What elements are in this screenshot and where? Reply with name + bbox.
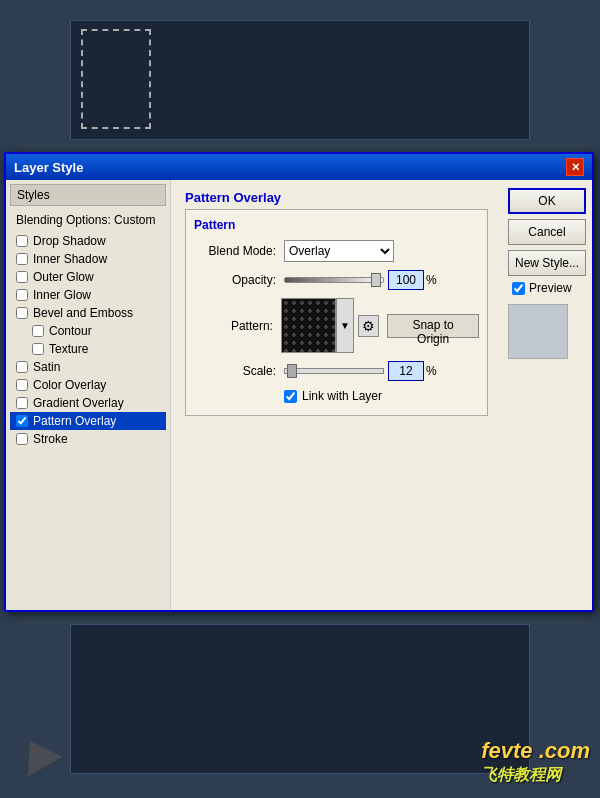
watermark-line1: fevte .com xyxy=(481,738,590,763)
canvas-bottom-inner xyxy=(70,624,530,774)
close-button[interactable]: ✕ xyxy=(566,158,584,176)
outer-glow-label: Outer Glow xyxy=(33,270,94,284)
satin-checkbox[interactable] xyxy=(16,361,28,373)
inner-shadow-label: Inner Shadow xyxy=(33,252,107,266)
contour-label: Contour xyxy=(49,324,92,338)
scale-percent: % xyxy=(426,364,437,378)
section-title: Pattern Overlay xyxy=(185,190,488,205)
right-panel: Pattern Overlay Pattern Blend Mode: Over… xyxy=(171,180,502,610)
layer-item-color-overlay[interactable]: Color Overlay xyxy=(10,376,166,394)
layer-item-pattern-overlay[interactable]: Pattern Overlay xyxy=(10,412,166,430)
scale-slider-thumb[interactable] xyxy=(287,364,297,378)
drop-shadow-checkbox[interactable] xyxy=(16,235,28,247)
styles-header[interactable]: Styles xyxy=(10,184,166,206)
dialog-body: Styles Blending Options: Custom Drop Sha… xyxy=(6,180,592,610)
layer-item-contour[interactable]: Contour xyxy=(10,322,166,340)
canvas-top xyxy=(0,0,600,160)
pattern-overlay-label: Pattern Overlay xyxy=(33,414,116,428)
pattern-dots xyxy=(282,299,335,352)
preview-label: Preview xyxy=(529,281,572,295)
watermark-line2: 飞特教程网 xyxy=(481,765,590,786)
pattern-label: Pattern: xyxy=(194,319,281,333)
outer-glow-checkbox[interactable] xyxy=(16,271,28,283)
link-layer-label: Link with Layer xyxy=(302,389,382,403)
layer-style-dialog: Layer Style ✕ Styles Blending Options: C… xyxy=(4,152,594,612)
svg-marker-0 xyxy=(13,731,63,777)
subsection-title: Pattern xyxy=(194,218,479,232)
layer-item-inner-glow[interactable]: Inner Glow xyxy=(10,286,166,304)
layer-item-texture[interactable]: Texture xyxy=(10,340,166,358)
inner-glow-checkbox[interactable] xyxy=(16,289,28,301)
left-panel: Styles Blending Options: Custom Drop Sha… xyxy=(6,180,171,610)
opacity-slider-thumb[interactable] xyxy=(371,273,381,287)
contour-checkbox[interactable] xyxy=(32,325,44,337)
scale-slider-track[interactable] xyxy=(284,368,384,374)
opacity-slider-track[interactable] xyxy=(284,277,384,283)
pattern-preview[interactable] xyxy=(281,298,336,353)
link-layer-row: Link with Layer xyxy=(194,389,479,403)
layer-item-satin[interactable]: Satin xyxy=(10,358,166,376)
arrow-decoration xyxy=(13,731,68,786)
watermark: fevte .com 飞特教程网 xyxy=(481,737,590,786)
layer-item-stroke[interactable]: Stroke xyxy=(10,430,166,448)
canvas-bottom: fevte .com 飞特教程网 xyxy=(0,600,600,798)
dialog-title: Layer Style xyxy=(14,160,83,175)
chevron-down-icon: ▼ xyxy=(340,320,350,331)
pattern-overlay-checkbox[interactable] xyxy=(16,415,28,427)
drop-shadow-label: Drop Shadow xyxy=(33,234,106,248)
blend-mode-label: Blend Mode: xyxy=(194,244,284,258)
layer-item-drop-shadow[interactable]: Drop Shadow xyxy=(10,232,166,250)
gradient-overlay-label: Gradient Overlay xyxy=(33,396,124,410)
layer-item-gradient-overlay[interactable]: Gradient Overlay xyxy=(10,394,166,412)
scale-input[interactable] xyxy=(388,361,424,381)
dialog-titlebar: Layer Style ✕ xyxy=(6,154,592,180)
ok-button[interactable]: OK xyxy=(508,188,586,214)
preview-row: Preview xyxy=(508,281,586,295)
pattern-dropdown-button[interactable]: ▼ xyxy=(336,298,354,353)
stroke-label: Stroke xyxy=(33,432,68,446)
scale-row: Scale: % xyxy=(194,361,479,381)
opacity-label: Opacity: xyxy=(194,273,284,287)
texture-checkbox[interactable] xyxy=(32,343,44,355)
blend-mode-row: Blend Mode: Overlay Normal Multiply Scre… xyxy=(194,240,479,262)
satin-label: Satin xyxy=(33,360,60,374)
gradient-overlay-checkbox[interactable] xyxy=(16,397,28,409)
blend-mode-select[interactable]: Overlay Normal Multiply Screen xyxy=(284,240,394,262)
settings-icon: ⚙ xyxy=(362,318,375,334)
preview-checkbox[interactable] xyxy=(512,282,525,295)
inner-shadow-checkbox[interactable] xyxy=(16,253,28,265)
color-overlay-checkbox[interactable] xyxy=(16,379,28,391)
layer-item-inner-shadow[interactable]: Inner Shadow xyxy=(10,250,166,268)
pattern-row: Pattern: ▼ ⚙ Snap to Origin xyxy=(194,298,479,353)
blending-options-item[interactable]: Blending Options: Custom xyxy=(10,210,166,230)
opacity-percent: % xyxy=(426,273,437,287)
bevel-emboss-label: Bevel and Emboss xyxy=(33,306,133,320)
opacity-row: Opacity: % xyxy=(194,270,479,290)
canvas-preview-box xyxy=(70,20,530,140)
stroke-checkbox[interactable] xyxy=(16,433,28,445)
inner-glow-label: Inner Glow xyxy=(33,288,91,302)
color-overlay-label: Color Overlay xyxy=(33,378,106,392)
scale-label: Scale: xyxy=(194,364,284,378)
snap-to-origin-button[interactable]: Snap to Origin xyxy=(387,314,479,338)
texture-label: Texture xyxy=(49,342,88,356)
pattern-settings-button[interactable]: ⚙ xyxy=(358,315,379,337)
layer-item-bevel-emboss[interactable]: Bevel and Emboss xyxy=(10,304,166,322)
bevel-emboss-checkbox[interactable] xyxy=(16,307,28,319)
opacity-input[interactable] xyxy=(388,270,424,290)
new-style-button[interactable]: New Style... xyxy=(508,250,586,276)
layer-item-outer-glow[interactable]: Outer Glow xyxy=(10,268,166,286)
buttons-panel: OK Cancel New Style... Preview xyxy=(502,180,592,610)
link-layer-checkbox[interactable] xyxy=(284,390,297,403)
preview-thumbnail xyxy=(508,304,568,359)
cancel-button[interactable]: Cancel xyxy=(508,219,586,245)
dashed-selection xyxy=(81,29,151,129)
